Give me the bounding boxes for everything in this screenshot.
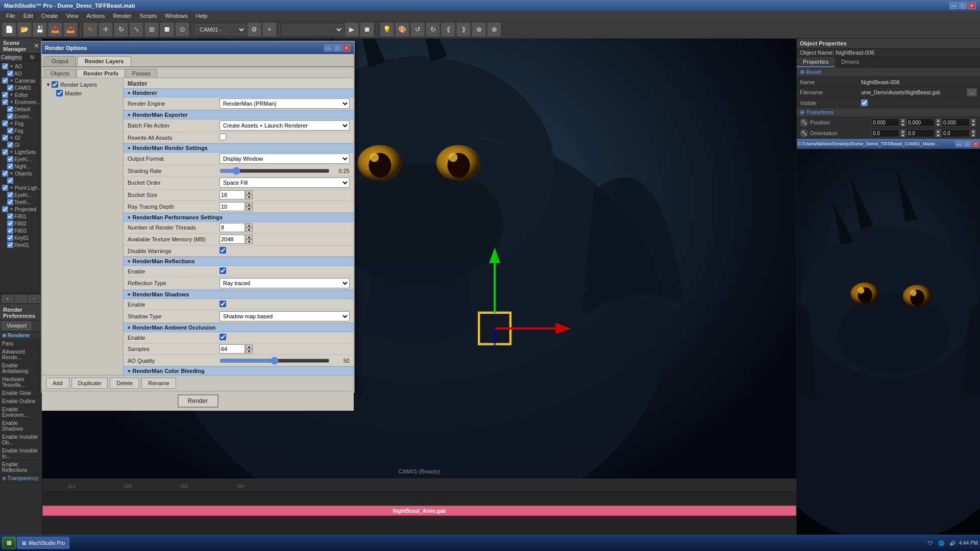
menu-scripts[interactable]: Scripts (136, 11, 161, 20)
filename-browse-btn[interactable]: ... (967, 88, 977, 96)
tree-enviro-check[interactable] (7, 113, 13, 119)
rp-viewport-tab[interactable]: Viewport (2, 321, 31, 330)
tool-new[interactable]: 📄 (2, 22, 16, 37)
tool-save[interactable]: 💾 (33, 22, 47, 37)
tool-rotate[interactable]: ↻ (114, 22, 128, 37)
tree-key01-check[interactable] (7, 235, 13, 241)
position-y-input[interactable] (906, 118, 935, 127)
texture-mem-input[interactable] (219, 235, 245, 244)
tree-pointlight[interactable]: ▼ Point Ligh... (1, 184, 41, 191)
rp-transparency[interactable]: ⊕ Transparency (0, 474, 42, 483)
tool-history-fwd[interactable]: ↻ (426, 22, 440, 37)
ori-x-down[interactable]: ▼ (900, 133, 905, 137)
tree-pl-check[interactable] (2, 185, 8, 191)
reflection-type-dropdown[interactable]: Ray traced (219, 278, 350, 288)
tex-mem-down[interactable]: ▼ (246, 239, 253, 244)
rp-glow[interactable]: Enable Glow (0, 389, 42, 397)
menu-view[interactable]: View (62, 11, 83, 20)
tree-key01[interactable]: Key01 (1, 234, 41, 241)
menu-create[interactable]: Create (37, 11, 62, 20)
tree-fog-child-check[interactable] (7, 128, 13, 134)
rp-invisible-obj[interactable]: Enable Invisible Ob... (0, 433, 42, 447)
render-engine-dropdown[interactable]: RenderMan (PRMan) (219, 98, 350, 109)
tree-objects[interactable]: ▼ Objects (1, 170, 41, 177)
num-threads-input[interactable] (219, 223, 245, 232)
tool-select[interactable]: ↖ (83, 22, 97, 37)
ao-samples-down[interactable]: ▼ (246, 349, 253, 354)
section-shadows[interactable]: ■ RenderMan Shadows (124, 290, 354, 299)
sm-btn-up[interactable]: ↑ (28, 295, 40, 303)
rp-advanced-render[interactable]: Advanced Rende... (0, 348, 42, 362)
menu-help[interactable]: Help (192, 11, 212, 20)
tree-cameras[interactable]: ▼ Cameras (1, 77, 41, 84)
tree-fog-child[interactable]: Fog (1, 127, 41, 134)
tree-gi-check[interactable] (2, 135, 8, 141)
tree-teeth-check[interactable] (7, 199, 13, 205)
refl-enable-check[interactable] (219, 267, 226, 274)
tab-m[interactable]: M (23, 54, 42, 61)
section-reflections[interactable]: ■ RenderMan Reflections (124, 257, 354, 266)
ao-samples-input[interactable] (219, 344, 245, 354)
section-render-settings[interactable]: ■ RenderMan Render Settings (124, 143, 354, 153)
duplicate-button[interactable]: Duplicate (71, 378, 108, 389)
tool-render-stop[interactable]: ⏹ (360, 22, 374, 37)
tool-misc1[interactable]: ⊕ (472, 22, 486, 37)
tree-obj-item[interactable] (1, 177, 41, 184)
rp-tessellation[interactable]: Hardware Tessella... (0, 375, 42, 389)
section-exporter[interactable]: ■ RenderMan Exporter (124, 110, 354, 119)
ori-y-down[interactable]: ▼ (936, 133, 941, 137)
tree-cameras-check[interactable] (2, 78, 8, 84)
rewrite-check[interactable] (219, 134, 226, 140)
tool-cam-add[interactable]: + (262, 22, 277, 37)
bucket-size-input[interactable] (219, 190, 245, 199)
tex-mem-up[interactable]: ▲ (246, 235, 253, 239)
render-button[interactable]: Render (178, 394, 218, 408)
tab-output[interactable]: Output (44, 56, 76, 66)
add-button[interactable]: Add (46, 378, 69, 389)
tree-fill02[interactable]: Fill02 (1, 220, 41, 227)
tree-environment[interactable]: ▼ Environm... (1, 98, 41, 106)
tree-objects-check[interactable] (2, 170, 8, 177)
tree-projected[interactable]: ▼ Projected (1, 206, 41, 213)
camera-dropdown[interactable]: CAM01 - (195, 24, 246, 35)
ao-enable-check[interactable] (219, 334, 226, 340)
orient-x-input[interactable] (871, 129, 899, 137)
shadow-type-dropdown[interactable]: Shadow map based (219, 311, 350, 321)
sm-btn-minus[interactable]: - (15, 295, 27, 303)
dialog-minimize[interactable]: — (324, 44, 332, 52)
tree-eyeki2-check[interactable] (7, 192, 13, 198)
tool-scale[interactable]: ⤡ (129, 22, 143, 37)
tree-eyeki2[interactable]: EyeKi... (1, 191, 41, 198)
pos-z-down[interactable]: ▼ (971, 122, 976, 127)
tree-fog-parent[interactable]: ▼ Fog (1, 120, 41, 127)
rp-outline[interactable]: Enable Outline (0, 397, 42, 406)
tab-render-layers[interactable]: Render Layers (77, 56, 131, 66)
dl-render-layers-item[interactable]: ▼ Render Layers (44, 80, 121, 89)
tree-fill03-check[interactable] (7, 228, 13, 234)
tree-eyeki[interactable]: EyeKi... (1, 156, 41, 163)
taskbar-app-item[interactable]: 🖥 MachStudio Pro (17, 537, 69, 549)
bucket-size-up[interactable]: ▲ (246, 190, 253, 195)
rp-minimize[interactable]: — (955, 141, 963, 147)
tree-lightsets[interactable]: ▼ LightSets (1, 148, 41, 156)
dialog-close-btn[interactable]: ✕ (342, 44, 351, 52)
ray-depth-up[interactable]: ▲ (246, 202, 253, 207)
pos-y-down[interactable]: ▼ (936, 122, 941, 127)
rename-button[interactable]: Rename (141, 378, 176, 389)
dl-master-item[interactable]: Master (44, 89, 121, 97)
tree-ao-check[interactable] (2, 63, 8, 69)
ray-depth-down[interactable]: ▼ (246, 207, 253, 211)
threads-down[interactable]: ▼ (246, 228, 253, 232)
tree-obj-item-check[interactable] (7, 178, 13, 184)
tool-light[interactable]: 💡 (380, 22, 394, 37)
tree-default-check[interactable] (7, 106, 13, 112)
maximize-button[interactable]: □ (959, 2, 967, 9)
tree-ao-child[interactable]: AO (1, 70, 41, 77)
shadows-enable-check[interactable] (219, 300, 226, 307)
rp-renderer[interactable]: ⊕ Renderer (0, 332, 42, 340)
pos-x-down[interactable]: ▼ (900, 122, 905, 127)
tree-fill03[interactable]: Fill03 (1, 227, 41, 234)
sub-tab-objects[interactable]: Objects (44, 69, 76, 78)
section-performance[interactable]: ■ RenderMan Performance Settings (124, 213, 354, 222)
dl-render-layers-check[interactable] (52, 81, 58, 88)
